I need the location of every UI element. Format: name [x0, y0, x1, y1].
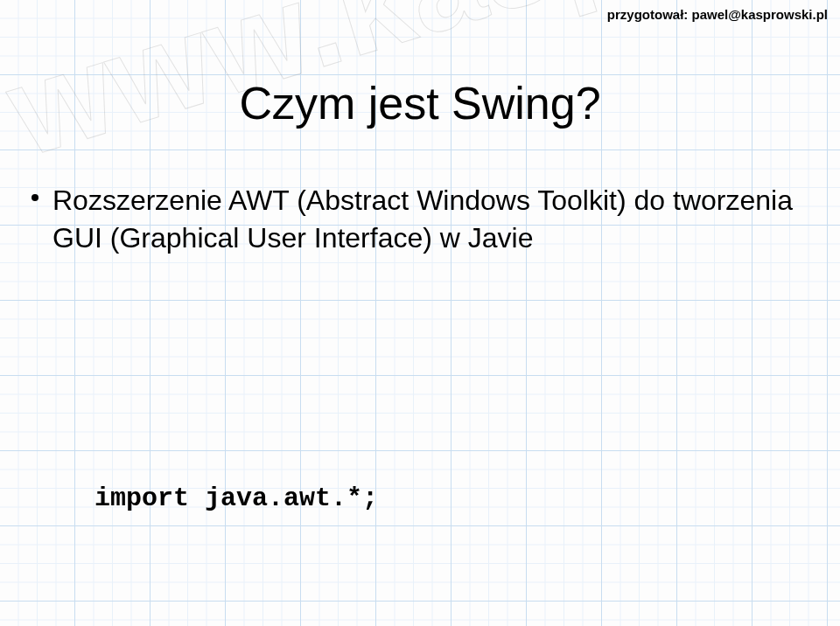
header-credit: przygotował: pawel@kasprowski.pl: [607, 7, 828, 22]
code-block: import java.awt.*; import java.awt.event…: [94, 341, 488, 626]
bullet-text: Rozszerzenie AWT (Abstract Windows Toolk…: [52, 184, 793, 254]
code-line-1: import java.awt.*;: [94, 467, 488, 530]
slide-title: Czym jest Swing?: [0, 77, 840, 129]
bullet-item: Rozszerzenie AWT (Abstract Windows Toolk…: [52, 182, 805, 257]
bullet-dot-icon: [32, 194, 38, 201]
